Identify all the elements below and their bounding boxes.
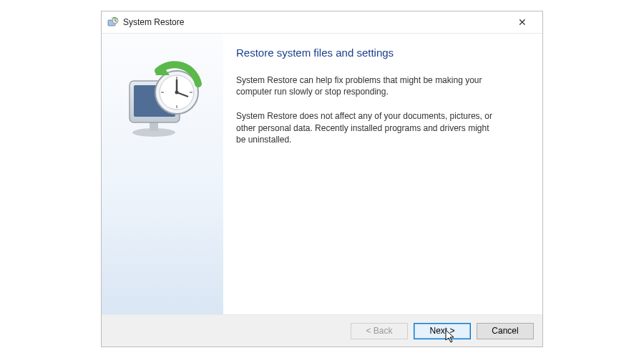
- window-title: System Restore: [123, 17, 184, 27]
- wizard-body: Restore system files and settings System…: [102, 33, 542, 315]
- page-heading: Restore system files and settings: [236, 47, 521, 59]
- wizard-content: Restore system files and settings System…: [223, 34, 542, 314]
- description-paragraph-1: System Restore can help fix problems tha…: [236, 74, 494, 97]
- wizard-footer: < Back Next > Cancel: [102, 315, 542, 347]
- restore-icon: [107, 16, 119, 28]
- description-paragraph-2: System Restore does not affect any of yo…: [236, 110, 494, 145]
- svg-rect-3: [150, 122, 158, 131]
- close-icon: ✕: [518, 16, 527, 28]
- cancel-button[interactable]: Cancel: [477, 323, 534, 339]
- next-button[interactable]: Next >: [414, 323, 471, 339]
- back-button: < Back: [351, 323, 408, 339]
- sidebar-graphic-panel: [102, 34, 223, 314]
- svg-point-10: [175, 91, 179, 95]
- titlebar: System Restore ✕: [102, 11, 542, 33]
- close-button[interactable]: ✕: [508, 12, 537, 32]
- system-restore-window: System Restore ✕: [101, 11, 543, 347]
- restore-graphic: [119, 55, 205, 141]
